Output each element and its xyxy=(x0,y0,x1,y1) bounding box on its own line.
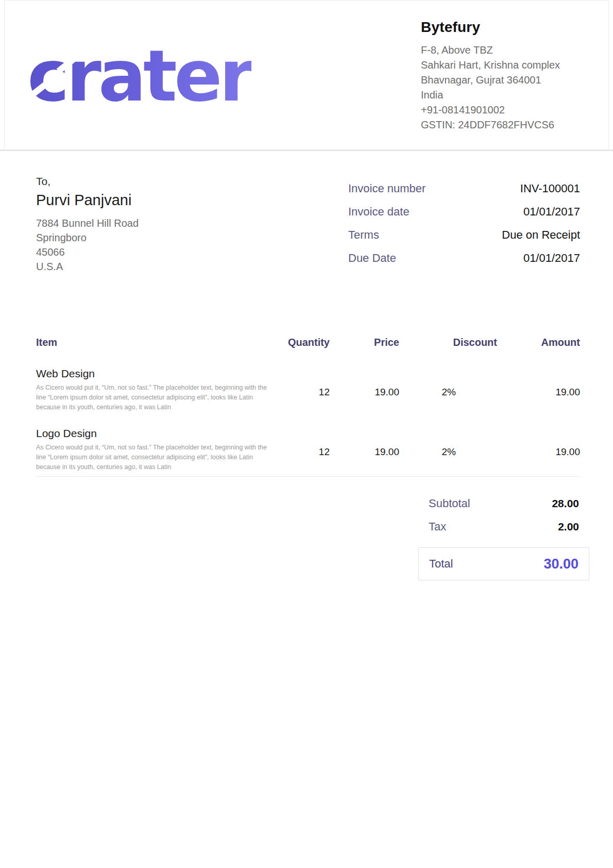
total-box: Total 30.00 xyxy=(418,547,589,580)
company-gstin: GSTIN: 24DDF7682FHVCS6 xyxy=(421,118,575,132)
due-date-value: 01/01/2017 xyxy=(523,252,580,265)
company-address-line: India xyxy=(421,88,575,103)
meta-row-invoice-date: Invoice date 01/01/2017 xyxy=(348,200,580,223)
item-description: As Cicero would put it, “Um, not so fast… xyxy=(36,443,270,472)
company-address-line: F-8, Above TBZ xyxy=(421,43,575,58)
item-name: Logo Design xyxy=(36,427,273,440)
company-name: Bytefury xyxy=(421,19,575,36)
tax-row: Tax 2.00 xyxy=(429,520,579,534)
customer-name: Purvi Panjvani xyxy=(36,192,139,209)
company-phone: +91-08141901002 xyxy=(421,103,575,118)
items-table: Item Quantity Price Discount Amount Web … xyxy=(36,336,580,472)
item-cell: Logo Design As Cicero would put it, “Um,… xyxy=(36,427,273,472)
item-quantity: 12 xyxy=(273,427,330,472)
invoice-meta: Invoice number INV-100001 Invoice date 0… xyxy=(348,177,580,270)
item-amount: 19.00 xyxy=(497,367,580,412)
item-amount: 19.00 xyxy=(497,427,580,472)
item-quantity: 12 xyxy=(273,367,330,412)
terms-label: Terms xyxy=(348,228,379,242)
item-row: Web Design As Cicero would put it, “Um, … xyxy=(36,367,580,412)
item-description: As Cicero would put it, “Um, not so fast… xyxy=(36,383,270,412)
item-row: Logo Design As Cicero would put it, “Um,… xyxy=(36,427,580,472)
item-discount: 2% xyxy=(399,367,497,412)
crater-logo: crater xyxy=(27,41,251,112)
header-divider xyxy=(0,149,613,151)
column-header-price: Price xyxy=(330,336,399,348)
column-header-discount: Discount xyxy=(399,336,497,348)
table-header-row: Item Quantity Price Discount Amount xyxy=(36,336,580,348)
column-header-amount: Amount xyxy=(497,336,580,348)
meta-row-due-date: Due Date 01/01/2017 xyxy=(348,246,580,270)
bill-to-block: To, Purvi Panjvani 7884 Bunnel Hill Road… xyxy=(36,175,139,274)
total-value: 30.00 xyxy=(543,556,578,572)
subtotal-row: Subtotal 28.00 xyxy=(429,496,579,511)
meta-row-invoice-number: Invoice number INV-100001 xyxy=(348,177,580,200)
item-cell: Web Design As Cicero would put it, “Um, … xyxy=(36,367,273,412)
item-discount: 2% xyxy=(399,427,497,472)
due-date-label: Due Date xyxy=(348,252,396,265)
item-price: 19.00 xyxy=(330,367,399,412)
invoice-number-value: INV-100001 xyxy=(520,182,580,195)
customer-address-line: 45066 xyxy=(36,245,139,259)
tax-value: 2.00 xyxy=(558,521,579,533)
invoice-date-label: Invoice date xyxy=(348,205,410,219)
column-header-quantity: Quantity xyxy=(273,336,330,348)
total-label: Total xyxy=(429,557,453,571)
item-name: Web Design xyxy=(36,367,273,380)
header-band: crater Bytefury F-8, Above TBZ Sahkari H… xyxy=(4,0,609,149)
invoice-number-label: Invoice number xyxy=(348,182,425,195)
terms-value: Due on Receipt xyxy=(502,228,580,242)
item-price: 19.00 xyxy=(330,427,399,472)
subtotal-label: Subtotal xyxy=(429,497,470,510)
customer-address-line: 7884 Bunnel Hill Road xyxy=(36,216,139,230)
company-address-line: Bhavnagar, Gujrat 364001 xyxy=(421,73,575,88)
column-header-item: Item xyxy=(36,336,273,348)
bill-to-label: To, xyxy=(36,175,139,188)
customer-address-line: U.S.A xyxy=(36,259,139,274)
tax-label: Tax xyxy=(429,520,446,533)
customer-address-line: Springboro xyxy=(36,230,139,245)
company-info: Bytefury F-8, Above TBZ Sahkari Hart, Kr… xyxy=(421,19,575,132)
meta-row-terms: Terms Due on Receipt xyxy=(348,223,580,246)
subtotal-value: 28.00 xyxy=(552,497,579,510)
totals-divider xyxy=(36,476,580,477)
invoice-date-value: 01/01/2017 xyxy=(523,205,580,219)
invoice-page: crater Bytefury F-8, Above TBZ Sahkari H… xyxy=(0,0,613,868)
company-address-line: Sahkari Hart, Krishna complex xyxy=(421,58,575,73)
